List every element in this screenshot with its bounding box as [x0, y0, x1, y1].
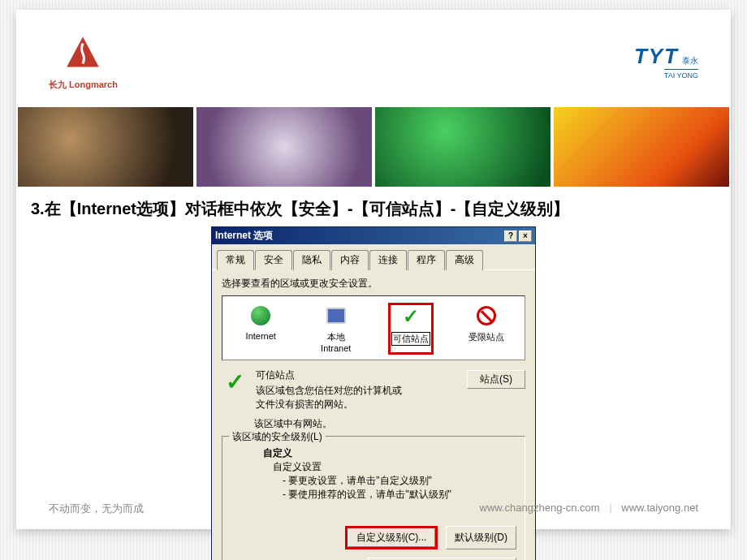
footer-separator: | — [609, 502, 611, 514]
logo-tyt: TYT 泰永 TAI YONG — [634, 44, 698, 80]
tab-strip: 常规 安全 隐私 内容 连接 程序 高级 — [212, 244, 535, 270]
custom-line2: - 要更改设置，请单击"自定义级别" — [283, 474, 516, 488]
banner-image-4 — [554, 107, 729, 187]
longmarch-icon — [62, 33, 104, 75]
banner-image-2 — [196, 107, 372, 187]
tab-content[interactable]: 内容 — [331, 250, 369, 270]
zone-restricted[interactable]: 受限站点 — [464, 303, 509, 355]
check-icon: ✓ — [399, 305, 422, 328]
slide: 长九 Longmarch TYT 泰永 TAI YONG 3.在【Interne… — [16, 10, 731, 529]
dialog-title: Internet 选项 — [215, 229, 273, 243]
zone-status: 该区域中有网站。 — [254, 417, 525, 431]
globe-icon — [249, 304, 272, 327]
monitor-icon — [325, 304, 348, 327]
logo-right-sub2: TAI YONG — [664, 69, 698, 80]
trusted-title: 可信站点 — [256, 368, 459, 382]
trusted-info-row: ✓ 可信站点 该区域包含您信任对您的计算机或 文件没有损害的网站。 站点(S) — [222, 368, 525, 411]
slide-footer: 不动而变，无为而成 www.changzheng-cn.com | www.ta… — [16, 502, 731, 516]
logo-right-main: TYT — [634, 44, 679, 69]
logo-longmarch: 长九 Longmarch — [49, 33, 118, 91]
trusted-desc2: 文件没有损害的网站。 — [256, 398, 459, 411]
zone-intranet-label: 本地 Intranet — [315, 331, 357, 353]
tab-advanced[interactable]: 高级 — [446, 250, 483, 270]
default-level-button[interactable]: 默认级别(D) — [446, 526, 516, 549]
sites-button[interactable]: 站点(S) — [467, 370, 525, 389]
security-level-fieldset: 该区域的安全级别(L) 自定义 自定义设置 - 要更改设置，请单击"自定义级别"… — [222, 436, 525, 560]
tab-connections[interactable]: 连接 — [369, 250, 407, 270]
custom-line1: 自定义设置 — [273, 460, 516, 474]
banner-image-3 — [375, 107, 551, 187]
step-heading: 3.在【Internet选项】对话框中依次【安全】-【可信站点】-【自定义级别】 — [16, 187, 731, 226]
trusted-desc1: 该区域包含您信任对您的计算机或 — [256, 384, 459, 398]
help-button[interactable]: ? — [504, 230, 517, 242]
zone-intranet[interactable]: 本地 Intranet — [313, 303, 359, 355]
fieldset-legend: 该区域的安全级别(L) — [229, 430, 326, 444]
footer-slogan: 不动而变，无为而成 — [49, 502, 144, 516]
trusted-text: 可信站点 该区域包含您信任对您的计算机或 文件没有损害的网站。 — [256, 368, 459, 411]
zone-instruction: 选择要查看的区域或更改安全设置。 — [222, 277, 525, 291]
zone-trusted-label: 可信站点 — [391, 332, 430, 346]
tab-programs[interactable]: 程序 — [408, 250, 445, 270]
banner-image-1 — [18, 107, 193, 187]
stop-icon — [475, 304, 498, 327]
trusted-check-icon: ✓ — [222, 368, 248, 395]
tab-general[interactable]: 常规 — [217, 250, 254, 270]
zone-internet[interactable]: Internet — [238, 303, 283, 355]
tab-security[interactable]: 安全 — [255, 250, 292, 270]
logo-right-sub1: 泰永 — [682, 55, 698, 67]
zone-trusted[interactable]: ✓ 可信站点 — [388, 303, 434, 355]
footer-url2: www.taiyong.net — [621, 502, 698, 514]
tab-privacy[interactable]: 隐私 — [293, 250, 330, 270]
custom-level-button[interactable]: 自定义级别(C)... — [348, 528, 436, 547]
dialog-titlebar[interactable]: Internet 选项 ? × — [212, 227, 535, 244]
footer-url1: www.changzheng-cn.com — [480, 502, 600, 514]
slide-header: 长九 Longmarch TYT 泰永 TAI YONG — [16, 10, 731, 107]
custom-line3: - 要使用推荐的设置，请单击"默认级别" — [283, 488, 516, 502]
banner-strip — [16, 107, 731, 187]
zone-internet-label: Internet — [246, 331, 276, 341]
footer-urls: www.changzheng-cn.com | www.taiyong.net — [480, 502, 698, 516]
logo-left-text: 长九 Longmarch — [49, 79, 118, 91]
custom-settings-block: 自定义 自定义设置 - 要更改设置，请单击"自定义级别" - 要使用推荐的设置，… — [263, 446, 516, 502]
custom-title: 自定义 — [263, 446, 516, 460]
close-button[interactable]: × — [519, 230, 532, 242]
dialog-body: 选择要查看的区域或更改安全设置。 Internet 本地 Intranet ✓ … — [212, 270, 535, 560]
zone-restricted-label: 受限站点 — [468, 331, 504, 343]
zone-list: Internet 本地 Intranet ✓ 可信站点 受限站点 — [222, 295, 525, 360]
level-buttons-row: 自定义级别(C)... 默认级别(D) — [231, 526, 516, 549]
